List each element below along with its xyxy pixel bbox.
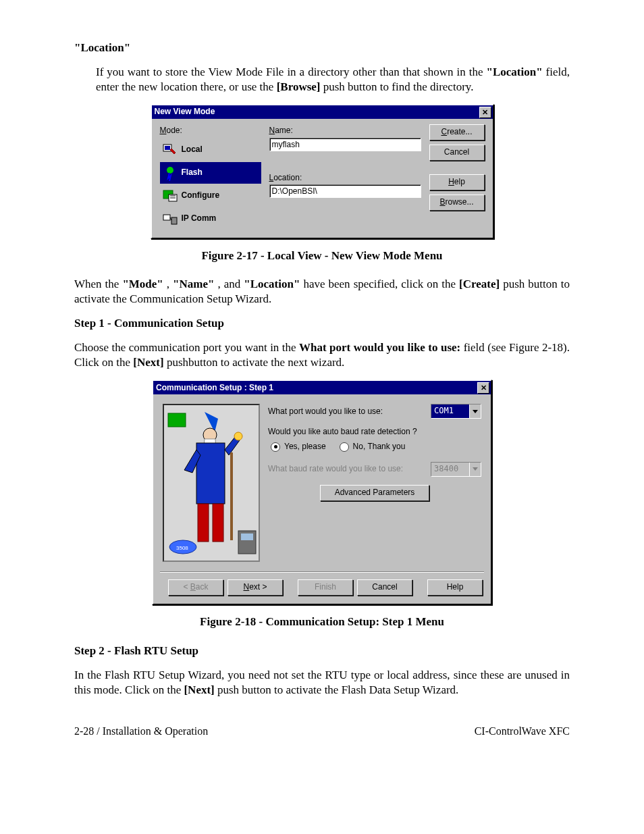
text: Choose the communication port you want i… xyxy=(74,341,299,354)
baud-question: What baud rate would you like to use: xyxy=(268,464,403,475)
new-view-mode-dialog: New View Mode ✕ Mode: Local xyxy=(151,104,494,239)
svg-rect-13 xyxy=(196,443,225,504)
location-paragraph: If you want to store the View Mode File … xyxy=(96,65,570,95)
text: , and xyxy=(217,278,244,290)
step1-heading: Step 1 - Communication Setup xyxy=(74,316,570,331)
svg-rect-15 xyxy=(198,504,209,542)
port-question: What port would you like to use: xyxy=(268,407,383,417)
baud-value: 38400 xyxy=(431,463,469,476)
mode-list[interactable]: Local Flash Configure xyxy=(160,139,261,230)
text: push button to activate the Flash Data S… xyxy=(217,683,458,696)
text-bold: "Mode" xyxy=(122,278,163,290)
titlebar[interactable]: New View Mode ✕ xyxy=(152,105,493,119)
svg-text:3508: 3508 xyxy=(176,545,188,551)
text-bold: "Name" xyxy=(173,278,214,290)
text-bold: [Next] xyxy=(133,356,163,369)
titlebar[interactable]: Communication Setup : Step 1 ✕ xyxy=(153,381,491,394)
text: When the xyxy=(74,278,122,290)
step2-heading: Step 2 - Flash RTU Setup xyxy=(74,644,570,658)
chevron-down-icon xyxy=(469,463,481,476)
close-icon[interactable]: ✕ xyxy=(477,382,489,394)
location-heading: "Location" xyxy=(74,41,570,55)
mode-item-configure[interactable]: Configure xyxy=(160,185,261,207)
mode-label: Mode: xyxy=(160,126,261,136)
text: push button to find the directory. xyxy=(323,80,474,93)
svg-point-2 xyxy=(167,167,173,174)
browse-button[interactable]: Browse... xyxy=(429,194,485,211)
ipcomm-icon xyxy=(161,210,179,228)
footer-left: 2-28 / Installation & Operation xyxy=(74,725,208,739)
dialog-title: New View Mode xyxy=(155,107,215,118)
name-label: Name: xyxy=(269,126,421,136)
flash-icon xyxy=(161,164,179,182)
mode-item-local[interactable]: Local xyxy=(160,139,261,161)
help-button[interactable]: Help xyxy=(427,579,483,596)
text-bold-location: "Location" xyxy=(487,66,543,78)
text-bold: What port would you like to use: xyxy=(299,341,460,354)
text-bold: "Location" xyxy=(244,278,300,290)
mode-label-configure: Configure xyxy=(182,190,220,201)
step1-paragraph: Choose the communication port you want i… xyxy=(74,340,570,370)
radio-no[interactable]: No, Thank you xyxy=(340,442,406,452)
svg-rect-11 xyxy=(168,413,186,427)
step2-paragraph: In the Flash RTU Setup Wizard, you need … xyxy=(74,668,570,698)
svg-rect-7 xyxy=(163,215,170,220)
wizard-button-row: < Back Next > Finish Cancel Help xyxy=(153,573,491,604)
text-bold-browse: [Browse] xyxy=(277,80,321,93)
text: pushbutton to activate the next wizard. xyxy=(167,356,344,369)
baud-select: 38400 xyxy=(431,462,481,477)
radio-no-label: No, Thank you xyxy=(353,442,406,452)
back-button: < Back xyxy=(168,579,223,596)
chevron-down-icon[interactable] xyxy=(469,405,481,418)
text-bold: [Create] xyxy=(459,278,500,290)
text: If you want to store the View Mode File … xyxy=(96,66,487,78)
configure-icon xyxy=(161,187,179,205)
mode-item-ipcomm[interactable]: IP Comm xyxy=(160,208,261,230)
mode-label-flash: Flash xyxy=(182,167,203,178)
location-field-label: Location: xyxy=(269,173,421,184)
footer-right: CI-ControlWave XFC xyxy=(475,725,570,739)
dialog-title: Communication Setup : Step 1 xyxy=(156,383,273,394)
port-value: COM1 xyxy=(431,405,469,418)
text-bold: [Next] xyxy=(184,683,214,696)
advanced-parameters-button[interactable]: Advanced Parameters xyxy=(320,485,429,501)
svg-rect-16 xyxy=(213,504,223,542)
close-icon[interactable]: ✕ xyxy=(479,107,491,118)
local-icon xyxy=(161,141,179,159)
svg-rect-19 xyxy=(241,533,253,540)
mode-item-flash[interactable]: Flash xyxy=(160,162,261,184)
location-field[interactable]: D:\OpenBSI\ xyxy=(269,184,421,198)
svg-rect-1 xyxy=(165,146,170,150)
text: have been specified, click on the xyxy=(303,278,459,290)
radio-yes-label: Yes, please xyxy=(284,442,326,452)
figure-caption-1: Figure 2-17 - Local View - New View Mode… xyxy=(74,249,570,263)
cancel-button[interactable]: Cancel xyxy=(357,579,412,596)
svg-point-14 xyxy=(234,432,242,440)
finish-button: Finish xyxy=(298,579,353,596)
mode-label-ipcomm: IP Comm xyxy=(182,213,217,224)
name-field[interactable]: myflash xyxy=(269,138,421,151)
figure-caption-2: Figure 2-18 - Communication Setup: Step … xyxy=(74,615,570,629)
mode-label-local: Local xyxy=(182,145,203,155)
help-button[interactable]: Help xyxy=(429,174,485,190)
cancel-button[interactable]: Cancel xyxy=(429,145,485,161)
radio-yes[interactable]: Yes, please xyxy=(271,442,326,452)
create-button[interactable]: Create... xyxy=(429,124,485,140)
autodetect-question: Would you like auto baud rate detection … xyxy=(268,427,481,438)
paragraph-create: When the "Mode" , "Name" , and "Location… xyxy=(74,277,570,307)
next-button[interactable]: Next > xyxy=(227,579,283,596)
port-select[interactable]: COM1 xyxy=(431,404,481,419)
comm-setup-dialog: Communication Setup : Step 1 ✕ 3508 xyxy=(152,380,492,605)
svg-rect-8 xyxy=(171,217,177,224)
page-footer: 2-28 / Installation & Operation CI-Contr… xyxy=(74,725,570,739)
text: , xyxy=(167,278,173,290)
wizard-illustration: 3508 xyxy=(163,404,260,562)
